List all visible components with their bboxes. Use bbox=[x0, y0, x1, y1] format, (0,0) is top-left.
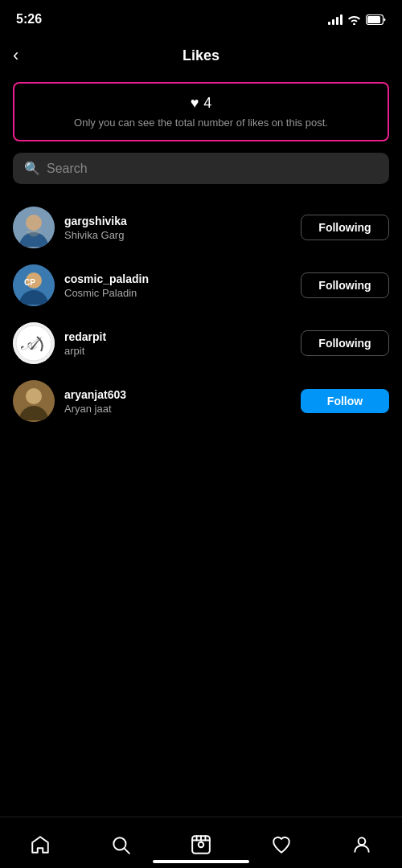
user-list: gargshivika Shivika Garg Following CP co… bbox=[0, 195, 402, 433]
username-cosmic_paladin: cosmic_paladin bbox=[64, 272, 291, 285]
likes-count-row: ♥ 4 bbox=[27, 95, 375, 112]
avatar-aryanjat603 bbox=[13, 380, 55, 422]
battery-icon bbox=[366, 14, 386, 25]
user-info-aryanjat603: aryanjat603 Aryan jaat bbox=[64, 388, 291, 415]
displayname-cosmic_paladin: Cosmic Paladin bbox=[64, 287, 291, 299]
user-row: CP cosmic_paladin Cosmic Paladin Followi… bbox=[0, 256, 402, 314]
likes-subtitle: Only you can see the total number of lik… bbox=[27, 117, 375, 129]
wifi-icon bbox=[347, 14, 361, 25]
username-gargshivika: gargshivika bbox=[64, 215, 291, 227]
search-bar[interactable]: 🔍 Search bbox=[13, 153, 389, 184]
svg-point-3 bbox=[26, 215, 42, 231]
nav-reels[interactable] bbox=[178, 831, 224, 858]
back-button[interactable]: ‹ bbox=[13, 47, 18, 64]
user-row: aryanjat603 Aryan jaat Follow bbox=[0, 372, 402, 430]
user-info-gargshivika: gargshivika Shivika Garg bbox=[64, 215, 291, 241]
avatar-cosmic_paladin: CP bbox=[13, 264, 55, 306]
user-row: 𝒜 redarpit arpit Following bbox=[0, 314, 402, 372]
search-icon: 🔍 bbox=[24, 161, 40, 176]
page-title: Likes bbox=[183, 47, 219, 64]
nav-search[interactable] bbox=[97, 831, 144, 858]
likes-count: 4 bbox=[203, 95, 211, 112]
nav-home[interactable] bbox=[17, 831, 64, 858]
username-aryanjat603: aryanjat603 bbox=[64, 388, 291, 401]
displayname-gargshivika: Shivika Garg bbox=[64, 229, 291, 241]
avatar-redarpit: 𝒜 bbox=[13, 322, 55, 364]
avatar-gargshivika bbox=[13, 207, 55, 248]
user-info-cosmic_paladin: cosmic_paladin Cosmic Paladin bbox=[64, 272, 291, 299]
status-time: 5:26 bbox=[16, 12, 42, 27]
svg-point-11 bbox=[26, 388, 42, 404]
follow-btn-gargshivika[interactable]: Following bbox=[301, 215, 389, 240]
status-bar: 5:26 bbox=[0, 0, 402, 35]
reels-icon bbox=[191, 834, 211, 855]
svg-text:CP: CP bbox=[24, 278, 35, 287]
follow-btn-redarpit[interactable]: Following bbox=[301, 330, 389, 356]
user-info-redarpit: redarpit arpit bbox=[64, 330, 291, 357]
home-indicator bbox=[153, 860, 249, 863]
displayname-aryanjat603: Aryan jaat bbox=[64, 403, 291, 415]
heart-icon: ♥ bbox=[191, 95, 199, 112]
likes-card: ♥ 4 Only you can see the total number of… bbox=[13, 82, 389, 141]
svg-point-15 bbox=[199, 841, 204, 847]
svg-rect-1 bbox=[367, 16, 380, 23]
follow-btn-cosmic_paladin[interactable]: Following bbox=[301, 272, 389, 298]
status-icons bbox=[328, 14, 386, 25]
nav-profile[interactable] bbox=[338, 831, 385, 858]
heart-nav-icon bbox=[271, 834, 292, 855]
search-nav-icon bbox=[110, 834, 131, 855]
home-icon bbox=[30, 834, 51, 855]
user-row: gargshivika Shivika Garg Following bbox=[0, 199, 402, 256]
svg-point-20 bbox=[359, 837, 366, 845]
signal-icon bbox=[328, 14, 343, 25]
search-container: 🔍 Search bbox=[13, 153, 389, 184]
search-input[interactable]: Search bbox=[47, 162, 88, 176]
profile-icon bbox=[351, 834, 372, 855]
follow-btn-aryanjat603[interactable]: Follow bbox=[301, 389, 389, 413]
displayname-redarpit: arpit bbox=[64, 345, 291, 357]
nav-likes[interactable] bbox=[258, 831, 305, 858]
header: ‹ Likes bbox=[0, 35, 402, 76]
svg-line-13 bbox=[125, 848, 129, 853]
username-redarpit: redarpit bbox=[64, 330, 291, 343]
